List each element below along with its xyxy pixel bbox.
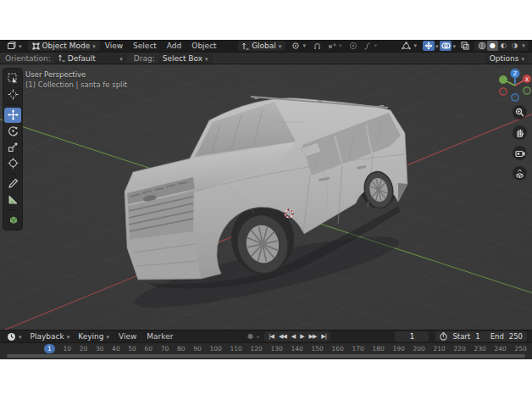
shading-dropdown[interactable] xyxy=(520,41,527,51)
tool-transform[interactable] xyxy=(4,156,21,171)
viewport-overlay-text: User Perspective (1) Collection | santa … xyxy=(25,69,127,90)
next-keyframe-button[interactable]: ▶▶ xyxy=(307,333,319,340)
pivot-point-dropdown[interactable] xyxy=(287,41,310,51)
timeline-header: Playback Keying View Marker ● |◀ ◀◀ ◀ ▶ … xyxy=(0,330,532,342)
cursor-tool-icon xyxy=(8,89,19,100)
transport-controls: |◀ ◀◀ ◀ ▶ ▶▶ ▶| xyxy=(264,331,330,342)
mode-dropdown[interactable]: Object Mode xyxy=(28,41,100,51)
tool-scale[interactable] xyxy=(4,140,21,155)
camera-icon xyxy=(515,149,525,158)
gizmo-y-axis[interactable] xyxy=(499,75,507,84)
current-frame-field[interactable]: 1 xyxy=(395,331,429,342)
gizmo-settings-icon xyxy=(402,42,411,51)
orientation-setting-value: Default xyxy=(68,54,96,63)
jump-to-start-button[interactable]: |◀ xyxy=(266,333,276,340)
ruler-tick: 1 xyxy=(44,344,55,353)
timeline-scrollbar[interactable] xyxy=(7,354,525,358)
prev-keyframe-button[interactable]: ◀◀ xyxy=(276,333,289,340)
falloff-curve-icon xyxy=(363,42,371,50)
gizmo-settings-dropdown[interactable] xyxy=(397,41,421,51)
add-cube-icon xyxy=(8,214,19,225)
xray-toggle[interactable] xyxy=(459,41,471,51)
start-frame-field[interactable]: 1 xyxy=(475,332,479,341)
orientation-setting-dropdown[interactable]: Default xyxy=(54,53,127,64)
active-collection-label: (1) Collection | santa fe split xyxy=(25,80,127,90)
tool-add-cube[interactable] xyxy=(4,213,21,228)
shading-solid-button[interactable]: ● xyxy=(487,41,498,51)
viewport-scene xyxy=(0,64,532,330)
transform-orientation-dropdown[interactable]: Global xyxy=(238,41,285,51)
rotate-tool-icon xyxy=(8,125,19,136)
axis-icon xyxy=(58,54,65,62)
toggle-orthographic-button[interactable] xyxy=(513,166,527,181)
screenshot: Object Mode View Select Add Object Globa… xyxy=(0,0,532,400)
falloff-dropdown[interactable] xyxy=(359,41,381,51)
drag-setting-dropdown[interactable]: Select Box xyxy=(158,53,213,64)
orientation-setting-label: Orientation: xyxy=(5,54,51,63)
pan-button[interactable] xyxy=(513,125,527,140)
drag-setting-label: Drag: xyxy=(134,54,155,63)
scale-tool-icon xyxy=(8,142,19,153)
show-gizmos-icon xyxy=(424,42,433,50)
menu-select[interactable]: Select xyxy=(128,42,162,50)
gizmo-minus-y-axis[interactable] xyxy=(524,87,530,94)
timeline-view-menu[interactable]: View xyxy=(114,332,141,341)
snap-magnet-icon xyxy=(313,42,321,50)
pivot-point-icon xyxy=(291,42,300,50)
keying-menu[interactable]: Keying xyxy=(74,331,114,342)
timeline-marker-menu[interactable]: Marker xyxy=(141,332,178,341)
shading-wireframe-button[interactable] xyxy=(476,41,487,51)
mode-label: Object Mode xyxy=(42,42,91,50)
menu-object[interactable]: Object xyxy=(186,42,221,50)
timeline-editor-type-button[interactable] xyxy=(3,331,26,342)
xray-icon xyxy=(461,42,469,50)
menu-add[interactable]: Add xyxy=(162,42,186,50)
shading-mode-group: ● ◐ ◑ xyxy=(474,41,529,51)
auto-keying-dropdown[interactable] xyxy=(257,332,260,341)
transform-tool-icon xyxy=(8,158,19,169)
gizmo-minus-x-axis[interactable] xyxy=(500,88,507,95)
shading-rendered-button[interactable]: ◑ xyxy=(509,41,520,51)
viewport-toolbar xyxy=(3,68,23,231)
zoom-button[interactable] xyxy=(513,105,527,119)
jump-to-end-button[interactable]: ▶| xyxy=(319,333,329,340)
tool-move[interactable] xyxy=(4,108,21,123)
viewport-3d[interactable]: User Perspective (1) Collection | santa … xyxy=(0,64,532,330)
3d-viewport-editor-icon xyxy=(7,42,16,50)
tool-annotate[interactable] xyxy=(4,176,21,192)
pan-hand-icon xyxy=(515,128,524,137)
timeline-ruler[interactable]: 1102030405060708090100110120130140150160… xyxy=(0,342,532,353)
show-gizmos-toggle[interactable] xyxy=(423,41,435,51)
play-button[interactable]: ▶ xyxy=(297,333,306,340)
snap-target-dropdown[interactable] xyxy=(324,41,346,51)
viewport-nav-buttons xyxy=(513,105,527,181)
measure-icon xyxy=(8,194,19,205)
end-frame-field[interactable]: 250 xyxy=(509,332,523,341)
play-reverse-button[interactable]: ◀ xyxy=(289,333,297,340)
shading-material-button[interactable]: ◐ xyxy=(498,41,509,51)
clock-icon xyxy=(7,332,16,342)
navigation-gizmo[interactable]: Z X xyxy=(496,67,532,104)
snap-magnet-toggle[interactable] xyxy=(312,41,324,51)
camera-view-button[interactable] xyxy=(513,146,527,160)
menu-view[interactable]: View xyxy=(100,42,128,50)
playback-menu[interactable]: Playback xyxy=(26,331,75,342)
view-perspective-label: User Perspective xyxy=(25,69,127,80)
options-dropdown[interactable]: Options xyxy=(485,53,529,64)
gizmo-x-label: X xyxy=(525,76,529,83)
tool-cursor[interactable] xyxy=(4,87,21,103)
wireframe-icon xyxy=(478,42,486,50)
transform-orientation-icon xyxy=(242,42,249,50)
frame-range-group: Start 1 End 250 xyxy=(435,331,527,342)
snap-target-icon xyxy=(328,42,336,50)
proportional-editing-icon xyxy=(349,42,357,50)
auto-keying-toggle[interactable]: ● xyxy=(245,331,257,342)
gizmo-minus-z-axis[interactable] xyxy=(512,94,518,101)
tool-rotate[interactable] xyxy=(4,124,21,139)
stopwatch-icon xyxy=(440,332,447,341)
show-overlays-toggle[interactable] xyxy=(440,41,452,51)
editor-type-button[interactable] xyxy=(3,41,26,51)
tool-measure[interactable] xyxy=(4,192,21,208)
proportional-editing-toggle[interactable] xyxy=(347,41,359,51)
tool-select-box[interactable] xyxy=(4,71,21,86)
